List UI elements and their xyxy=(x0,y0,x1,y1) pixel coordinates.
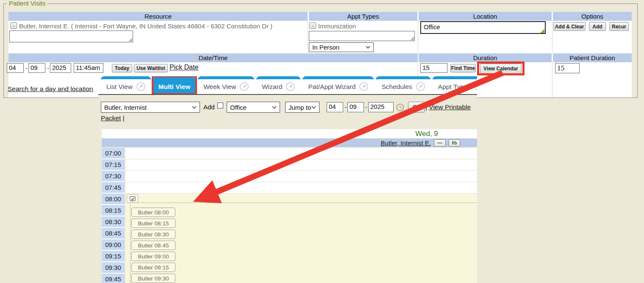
scheduler-tabstrip: List View ↗ Multi View Week View ↗ Wizar… xyxy=(98,76,477,95)
date-separator: - xyxy=(344,103,347,111)
patient-duration-header: Patient Duration xyxy=(553,53,632,62)
slot-row[interactable] xyxy=(125,148,477,159)
jump-month-input[interactable]: 04 xyxy=(327,102,343,112)
jump-day-input[interactable]: 09 xyxy=(347,102,364,112)
view-printable-line1: | View Printable xyxy=(425,103,471,111)
clock-icon[interactable] xyxy=(396,103,404,111)
tab-week-view[interactable]: Week View ↗ xyxy=(198,76,254,94)
appointment-slot-button[interactable]: Butler 08:30 xyxy=(131,230,175,239)
time-label: 07:00 xyxy=(102,148,125,158)
appointment-slot-button[interactable]: Butler 09:30 xyxy=(131,274,175,283)
slot-row[interactable] xyxy=(125,171,477,182)
open-in-new-icon[interactable]: ↗ xyxy=(240,82,249,91)
resize-handle-icon xyxy=(128,38,132,42)
patient-visits-screen: Patient Visits Resource Appt Types Locat… xyxy=(0,0,644,283)
open-in-new-icon[interactable]: ↗ xyxy=(136,82,145,91)
tab-label: Pat/Appt Wizard xyxy=(308,83,355,91)
time-label: 07:30 xyxy=(102,171,125,181)
location-select-value: Office xyxy=(230,104,247,111)
day-header: Wed, 9 xyxy=(395,129,458,138)
add-checkbox-label: Add xyxy=(203,103,215,111)
open-in-new-icon[interactable]: ↗ xyxy=(475,82,477,91)
time-label: 09:30 xyxy=(102,262,125,273)
tab-wizard[interactable]: Wizard ↗ xyxy=(256,76,300,94)
open-in-new-icon[interactable]: ↗ xyxy=(416,82,425,91)
date-separator: - xyxy=(365,103,367,111)
collapse-column-button[interactable]: — xyxy=(434,139,446,147)
open-slots-area[interactable] xyxy=(125,148,477,194)
jump-to-value: Jump to xyxy=(289,104,311,111)
cell-divider xyxy=(418,20,418,53)
edit-appointment-button[interactable] xyxy=(127,194,138,203)
time-label: 08:30 xyxy=(102,216,125,227)
location-select[interactable]: Office xyxy=(227,102,280,113)
duration-input[interactable]: 15 xyxy=(420,63,447,73)
recur-button[interactable]: Recur xyxy=(609,22,629,31)
time-input[interactable]: 11:45am xyxy=(74,63,103,73)
resource-collapse-button[interactable]: - xyxy=(10,22,17,29)
today-button[interactable]: Today xyxy=(112,64,132,72)
tab-multi-view[interactable]: Multi View xyxy=(153,76,196,94)
appt-type-collapse-button[interactable]: - xyxy=(309,22,316,29)
jump-year-input[interactable]: 2025 xyxy=(368,102,394,112)
date-separator: - xyxy=(47,64,49,72)
add-button[interactable]: Add xyxy=(589,22,606,31)
time-label: 08:15 xyxy=(102,205,125,216)
find-time-button[interactable]: Find Time xyxy=(450,64,476,72)
packet-link[interactable]: Packet xyxy=(101,114,121,122)
appt-type-selected-text: Immunization xyxy=(318,22,356,30)
appt-mode-select[interactable]: In Person xyxy=(309,42,374,52)
fb-button[interactable]: f/b xyxy=(449,139,460,147)
appt-types-header: Appt Types xyxy=(309,12,417,21)
resource-selected-text: Butler, Internist E. ( Internist - Fort … xyxy=(19,22,272,30)
year-input[interactable]: 2025 xyxy=(50,63,71,73)
slot-row[interactable] xyxy=(125,159,477,171)
view-printable-link[interactable]: View Printable xyxy=(429,103,471,111)
resource-search-input[interactable] xyxy=(9,31,133,42)
tab-schedules[interactable]: Schedules ↗ xyxy=(376,76,430,94)
patient-duration-input[interactable]: 15 xyxy=(555,63,580,73)
pick-date-link[interactable]: Pick Date xyxy=(169,64,198,71)
appointment-slot-button[interactable]: Butler 08:45 xyxy=(131,241,175,250)
go-button[interactable]: Go xyxy=(408,102,425,113)
day-input[interactable]: 09 xyxy=(28,63,45,73)
jump-to-select[interactable]: Jump to xyxy=(285,102,319,113)
separator-bar: | xyxy=(121,114,124,122)
add-checkbox[interactable] xyxy=(217,103,223,108)
resource-header: Resource xyxy=(8,12,308,21)
use-waitlist-button[interactable]: Use Waitlist xyxy=(134,64,168,72)
tab-label: Schedules xyxy=(381,83,412,91)
location-input[interactable]: Office xyxy=(420,21,546,34)
chevron-down-icon xyxy=(272,106,277,109)
tab-pat-appt-wizard[interactable]: Pat/Appt Wizard ↗ xyxy=(303,76,374,94)
calendar-resource-link[interactable]: Butler, Internist E. xyxy=(381,139,431,147)
open-in-new-icon[interactable]: ↗ xyxy=(359,82,368,91)
view-calendar-button[interactable]: View Calendar xyxy=(480,64,522,74)
cell-divider xyxy=(552,62,552,97)
tab-list-view[interactable]: List View ↗ xyxy=(101,76,151,94)
tab-label: List View xyxy=(106,83,133,91)
search-day-location-link[interactable]: Search for a day and location xyxy=(8,85,93,93)
month-input[interactable]: 04 xyxy=(7,63,24,73)
options-header: Options xyxy=(553,12,632,21)
open-in-new-icon[interactable]: ↗ xyxy=(286,82,295,91)
tab-appt-types[interactable]: Appt Types ↗ xyxy=(433,76,477,94)
resource-select-value: Butler, Internist xyxy=(104,104,147,111)
add-and-clear-button[interactable]: Add & Clear xyxy=(553,22,586,31)
tab-label: Week View xyxy=(203,83,236,91)
chevron-down-icon xyxy=(192,106,197,109)
duration-header: Duration xyxy=(419,53,552,62)
tab-label: Wizard xyxy=(262,83,282,91)
appointment-slot-button[interactable]: Butler 08:15 xyxy=(131,219,175,228)
appointment-slot-button[interactable]: Butler 09:00 xyxy=(131,252,175,261)
resource-select[interactable]: Butler, Internist xyxy=(101,102,200,113)
slot-row[interactable] xyxy=(125,182,477,194)
appointment-slot-button[interactable]: Butler 08:00 xyxy=(131,208,175,217)
time-label: 08:00 xyxy=(102,194,125,204)
appointment-block-outline xyxy=(130,203,477,283)
datetime-header: Date/Time xyxy=(8,53,418,62)
edit-pencil-icon xyxy=(130,196,136,201)
time-label: 09:45 xyxy=(102,274,125,283)
appt-type-search-input[interactable] xyxy=(309,31,415,41)
appointment-slot-button[interactable]: Butler 09:15 xyxy=(131,263,175,272)
